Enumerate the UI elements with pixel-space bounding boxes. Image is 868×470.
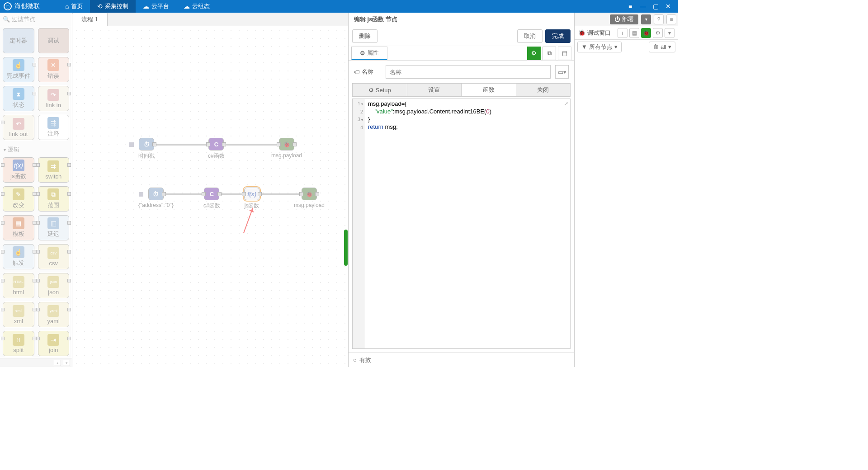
category-logic[interactable]: ▾逻辑 <box>3 144 69 155</box>
delete-button[interactable]: 删除 <box>352 29 377 43</box>
deploy-button[interactable]: ⏻部署 <box>610 14 638 24</box>
annotation-arrow <box>243 207 253 233</box>
tab-init[interactable]: 设置 <box>407 84 462 96</box>
palette-node[interactable]: ⇥join <box>38 331 70 356</box>
node-debug[interactable]: 🐞msg.payload <box>294 188 325 208</box>
clear-button[interactable]: 🗑all▾ <box>649 42 675 52</box>
palette-node[interactable]: ↶link out <box>3 115 34 140</box>
filter-nodes-button[interactable]: ▼所有节点▾ <box>577 42 622 52</box>
tab-setup[interactable]: ⚙Setup <box>353 84 407 96</box>
edit-panel: 编辑 js函数 节点 删除 取消 完成 ⚙属性 ⚙ ⧉ ▤ 🏷名称 ▭▾ ⚙Se… <box>348 13 574 367</box>
edit-title: 编辑 js函数 节点 <box>349 13 574 26</box>
caret-icon[interactable]: ▾ <box>665 28 675 38</box>
palette-node[interactable]: ✕错误 <box>38 57 70 82</box>
info-icon[interactable]: i <box>618 28 627 38</box>
edit-footer: ○有效 <box>349 352 574 367</box>
app-logo-icon: ◌ <box>4 2 12 10</box>
flow-tabs: 流程 1 <box>72 13 348 26</box>
tab-close[interactable]: 关闭 <box>516 84 571 96</box>
name-type-button[interactable]: ▭▾ <box>555 65 569 79</box>
palette-node[interactable]: ⧗状态 <box>3 86 34 111</box>
menu-icon[interactable]: ≡ <box>624 3 637 10</box>
palette-node[interactable]: ⇶注释 <box>38 115 70 140</box>
tab-function[interactable]: 函数 <box>462 84 516 96</box>
menu-icon[interactable]: ≡ <box>666 14 676 24</box>
palette-node[interactable]: ☝完成事件 <box>3 57 34 82</box>
tab-properties[interactable]: ⚙属性 <box>351 47 387 60</box>
collapse-down-button[interactable]: ▾ <box>63 360 70 366</box>
change-icon: ✎ <box>13 188 24 200</box>
valid-icon: ○ <box>353 357 357 363</box>
chevron-down-icon: ▾ <box>4 147 6 152</box>
palette-sidebar: 🔍 定时器 调试 ☝完成事件 ✕错误 ⧗状态 ↷link in ↶link ou… <box>0 13 72 367</box>
palette-node[interactable]: xmlxml <box>3 302 34 327</box>
palette-node[interactable]: jsonjson <box>38 273 70 298</box>
palette-node[interactable]: ↷link in <box>38 86 70 111</box>
right-sidebar: ⏻部署 ▾ ? ≡ 🐞 调试窗口 i ▤ 🐞 ⚙ ▾ ▼所有节点▾ 🗑all▾ <box>574 13 678 367</box>
nav-config[interactable]: ☁云组态 <box>176 0 217 13</box>
minimize-button[interactable]: — <box>637 3 649 10</box>
nav-collect[interactable]: ⟲采集控制 <box>90 0 136 13</box>
palette-filter: 🔍 <box>0 13 72 26</box>
node-debug[interactable]: 🐞msg.payload <box>271 138 302 159</box>
deploy-caret[interactable]: ▾ <box>641 14 651 24</box>
name-label: 🏷名称 <box>354 68 381 76</box>
link-in-icon: ↷ <box>47 89 59 101</box>
gear-icon[interactable]: ⚙ <box>653 28 663 38</box>
flow-tab[interactable]: 流程 1 <box>72 13 108 26</box>
code-editor[interactable]: 1▾23▾4 msg.payload={ "value":msg.payload… <box>352 99 571 349</box>
done-button[interactable]: 完成 <box>545 29 571 43</box>
palette-node[interactable]: ✎改变 <box>3 186 34 212</box>
palette-node[interactable]: 调试 <box>38 28 70 53</box>
gear-icon: ⚙ <box>368 87 374 94</box>
palette-node[interactable]: ⧉范围 <box>38 186 70 212</box>
split-icon: {:} <box>13 334 24 346</box>
node-inject[interactable]: ⏱时间戳 <box>138 138 155 160</box>
join-icon: ⇥ <box>47 334 59 346</box>
node-inject[interactable]: ⏱{"address":"0"} <box>138 188 174 208</box>
env-button[interactable]: ⚙ <box>527 47 541 60</box>
palette-node[interactable]: csvcsv <box>38 244 70 269</box>
titlebar: ◌ 海创微联 ⌂首页 ⟲采集控制 ☁云平台 ☁云组态 ≡ — ▢ ✕ <box>0 0 678 13</box>
palette-node[interactable]: yamlyaml <box>38 302 70 327</box>
node-csharp[interactable]: Cc#函数 <box>203 188 220 210</box>
palette-node[interactable]: HTMLhtml <box>3 273 34 298</box>
xml-icon: xml <box>13 305 24 317</box>
palette-node[interactable]: ▥延迟 <box>38 215 70 240</box>
cancel-button[interactable]: 取消 <box>517 29 542 43</box>
app-name: 海创微联 <box>14 2 40 10</box>
error-icon: ✕ <box>47 59 59 71</box>
nav-home[interactable]: ⌂首页 <box>58 0 90 13</box>
flow-canvas[interactable]: ⏱时间戳 Cc#函数 🐞msg.payload ⏱{"address":"0"}… <box>72 26 348 367</box>
collapse-up-button[interactable]: ▴ <box>54 360 61 366</box>
expand-icon[interactable]: ⤢ <box>564 101 568 107</box>
html-icon: HTML <box>13 276 24 288</box>
book-button[interactable]: ▤ <box>558 47 571 60</box>
palette-node[interactable]: ⇉switch <box>38 157 70 183</box>
node-csharp[interactable]: Cc#函数 <box>208 138 225 160</box>
bug-icon[interactable]: 🐞 <box>641 28 651 38</box>
help-icon[interactable]: ? <box>654 14 664 24</box>
csv-icon: csv <box>47 247 59 259</box>
maximize-button[interactable]: ▢ <box>649 3 662 10</box>
trigger-icon: ☝ <box>13 246 24 258</box>
book-icon[interactable]: ▤ <box>629 28 639 38</box>
name-input[interactable] <box>386 65 551 79</box>
filter-icon: ▼ <box>581 43 587 50</box>
debug-title: 调试窗口 <box>587 29 611 37</box>
copy-button[interactable]: ⧉ <box>542 47 556 60</box>
palette-node[interactable]: ☝触发 <box>3 244 34 269</box>
palette-node[interactable]: 定时器 <box>3 28 34 53</box>
home-icon: ⌂ <box>65 3 69 10</box>
fx-icon: f(x) <box>13 160 24 171</box>
nav-cloud[interactable]: ☁云平台 <box>136 0 176 13</box>
close-button[interactable]: ✕ <box>662 3 675 10</box>
link-out-icon: ↶ <box>13 118 24 130</box>
palette-node[interactable]: {:}split <box>3 331 34 356</box>
palette-node[interactable]: ▤模板 <box>3 215 34 240</box>
palette-footer: ▴ ▾ <box>0 358 72 367</box>
code-tabs: ⚙Setup 设置 函数 关闭 <box>352 83 571 97</box>
palette-node[interactable]: f(x)js函数 <box>3 157 34 183</box>
canvas-scrollbar[interactable] <box>344 49 348 358</box>
switch-icon: ⇉ <box>47 160 59 172</box>
